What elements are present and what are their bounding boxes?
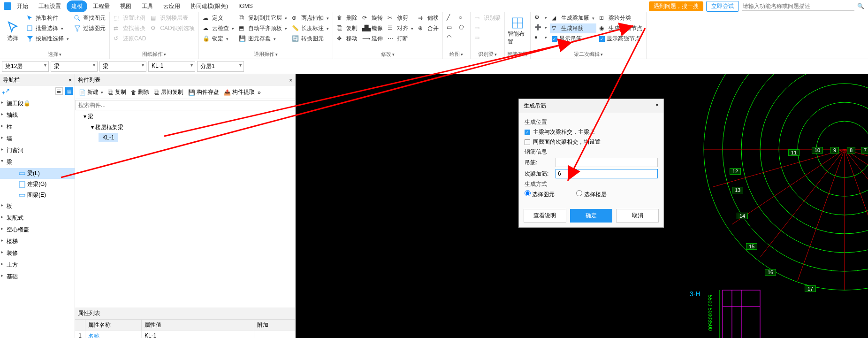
prop-name-link[interactable]: 名称 [85,331,142,338]
length-dim-button[interactable]: 📏长度标注 [290,23,331,33]
gen-stirrup-button[interactable]: ▽生成吊筋 [550,23,596,33]
recognize-group-label[interactable]: 识别梁 [472,50,503,59]
component-list-close-icon[interactable]: × [289,77,292,84]
nav-beam[interactable]: 梁 [0,156,75,168]
smart-layout-button[interactable]: 智能布置 [507,13,528,50]
tab-modeling[interactable]: 建模 [67,0,87,12]
auto-align-top-button[interactable]: ⬒自动平齐顶板 [237,23,289,33]
cancel-button[interactable]: 取消 [616,209,659,223]
define-button[interactable]: ☁定义 [201,13,236,23]
try-now-button[interactable]: 立即尝试 [706,1,739,12]
type-select[interactable]: 梁 [99,61,146,72]
tree-kl1[interactable]: KL-1 [99,133,118,142]
nav-earthwork[interactable]: 土方 [0,259,75,271]
nav-axis[interactable]: 轴线 [0,109,75,121]
copy-to-layer-button[interactable]: ⿻复制到其它层 [237,13,289,23]
draw-circle-button[interactable]: ○ [457,13,468,23]
tree-beam[interactable]: ▾ 梁 [75,111,295,122]
floor-select[interactable]: 第12层 [2,61,49,72]
select-button[interactable]: 选择 [2,13,23,50]
nav-decoration[interactable]: 装修 [0,247,75,259]
pick-component-button[interactable]: 拾取构件 [24,13,71,23]
nav-beam-l[interactable]: 梁(L) [0,168,75,179]
radio-select-floor[interactable]: 选择楼层 [576,190,606,199]
tab-view[interactable]: 视图 [115,0,136,12]
align-button[interactable]: ☰对齐 [386,23,415,33]
new-button[interactable]: 📄新建 [77,87,105,97]
find-element-button[interactable]: 查找图元 [72,13,107,23]
extract-comp-button[interactable]: 📤构件提取 [222,87,257,97]
nav-foundation[interactable]: 基础 [0,271,75,283]
merge-button[interactable]: ⊕合并 [416,23,441,33]
cloud-check-button[interactable]: ☁云检查 [201,23,236,33]
tab-igms[interactable]: IGMS [234,1,258,11]
nav-column[interactable]: 柱 [0,121,75,133]
save-comp-button[interactable]: 💾构件存盘 [186,87,221,97]
view-help-button[interactable]: 查看说明 [524,209,566,223]
tab-quantity[interactable]: 工程量 [88,0,114,12]
save-element-button[interactable]: 💾图元存盘 [237,34,289,44]
gen-beam-haunch-button[interactable]: ◢生成梁加腋 [550,13,596,23]
beam-edit-group-label[interactable]: 梁二次编辑 [533,50,644,59]
tab-collab[interactable]: 协同建模(限免) [186,0,233,12]
convert-element-button[interactable]: 🔄转换图元 [290,34,331,44]
break-button[interactable]: ⋯打断 [386,34,415,44]
radio-select-element[interactable]: 选择图元 [525,190,555,199]
checkbox-main-secondary[interactable]: ✓ [525,130,530,135]
nav-opening[interactable]: 门窗洞 [0,145,75,156]
common-group-label[interactable]: 通用操作 [201,50,331,59]
tab-project-settings[interactable]: 工程设置 [34,0,66,12]
layer-copy-button[interactable]: ⿻层间复制 [152,87,185,97]
component-search-input[interactable] [75,100,295,110]
nav-close-icon[interactable]: × [69,77,72,84]
layer-select[interactable]: 分层1 [197,61,244,72]
component-select[interactable]: KL-1 [148,61,195,72]
tab-cloud[interactable]: 云应用 [159,0,185,12]
select-group-label[interactable]: 选择 [2,50,107,59]
nav-add-icon[interactable]: +↗ [2,87,10,96]
nav-stair[interactable]: 楼梯 [0,236,75,247]
batch-select-button[interactable]: 批量选择 [24,23,71,33]
edit-opt2-button[interactable]: ➕ [533,23,549,32]
edit-opt3-button[interactable]: ● [533,33,549,42]
nav-coupling-beam[interactable]: 连梁(G) [0,179,75,190]
nav-wall[interactable]: 墙 [0,133,75,145]
edit-opt1-button[interactable]: ⚙ [533,13,549,23]
trim-button[interactable]: ✂修剪 [386,13,415,23]
checkbox-same-section[interactable] [525,139,530,145]
nav-slab[interactable]: 板 [0,200,75,212]
modify-group-label[interactable]: 修改 [335,50,441,59]
tab-start[interactable]: 开始 [12,0,33,12]
prop-row-name[interactable]: 1 名称 KL-1 [75,330,295,338]
beam-span-classify-button[interactable]: ⊞梁跨分类 [597,13,644,23]
tree-floor-frame-beam[interactable]: ▾ 楼层框架梁 [75,122,295,133]
draw-group-label[interactable]: 绘图 [445,50,468,59]
category-select[interactable]: 梁 [51,61,98,72]
ok-button[interactable]: 确定 [570,209,613,223]
secondary-rebar-input[interactable] [556,169,658,178]
select-by-prop-button[interactable]: 按属性选择 [24,34,71,44]
filter-element-button[interactable]: 过滤图元 [72,23,107,33]
show-stirrup-button[interactable]: ✓显示吊筋 [550,34,596,44]
offset-button[interactable]: ⇉偏移 [416,13,441,23]
move-button[interactable]: ✥移动 [335,34,359,44]
gen-high-strength-button[interactable]: ◉生成高强节点 [597,23,644,33]
delete-comp-button[interactable]: 🗑删除 [129,87,151,97]
two-point-axis-button[interactable]: ⊕两点辅轴 [290,13,331,23]
help-search-pill[interactable]: 遇到问题，搜一搜 [649,1,703,11]
stirrup-input[interactable] [556,158,658,167]
dialog-close-icon[interactable]: × [655,102,659,110]
lock-button[interactable]: 🔒锁定 [201,34,236,44]
cad-group-label[interactable]: 图纸操作 [112,50,197,59]
draw-line-button[interactable]: ╱ [445,13,456,23]
nav-precast[interactable]: 装配式 [0,212,75,224]
draw-arc-button[interactable]: ◠ [445,33,456,42]
copy-comp-button[interactable]: ⿻复制 [106,87,128,97]
delete-button[interactable]: 🗑删除 [335,13,359,23]
draw-poly-button[interactable]: ⬠ [457,23,468,32]
nav-hollow-floor[interactable]: 空心楼盖 [0,224,75,236]
view-list-icon[interactable]: ☰ [55,87,63,95]
view-tree-icon[interactable]: ▤ [65,87,73,95]
rotate-button[interactable]: ⟳旋转 [360,13,385,23]
prop-value-cell[interactable]: KL-1 [142,331,254,338]
